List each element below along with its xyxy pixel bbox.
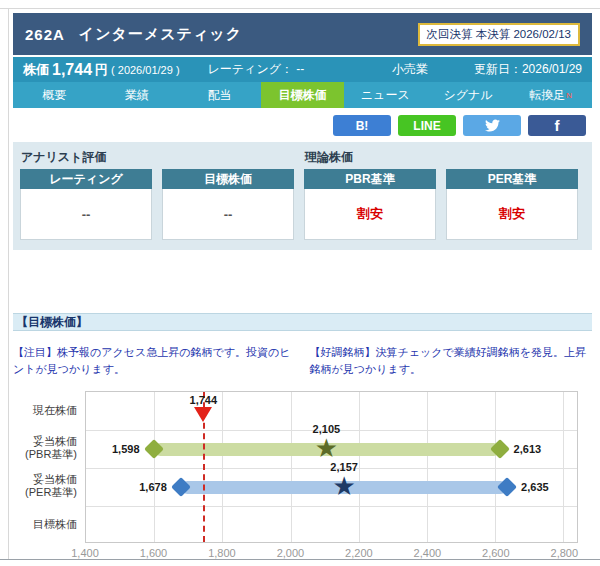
gridline <box>291 392 292 542</box>
fair-value-number: 2,105 <box>313 423 341 435</box>
section-title: 【目標株価】 <box>13 313 592 331</box>
gridline <box>563 392 564 542</box>
fair-value-number: 2,157 <box>330 461 358 473</box>
stock-code: 262A <box>25 26 65 43</box>
share-row: B!LINEf <box>13 115 592 137</box>
x-tick-label: 2,200 <box>345 547 373 559</box>
tab-overview[interactable]: 概要 <box>13 82 96 108</box>
next-earnings-badge: 次回決算 本決算 2026/02/13 <box>418 23 580 46</box>
theoretical-title: 理論株価 <box>305 149 578 166</box>
price-date: ( 2026/01/29 ) <box>111 64 180 76</box>
tab-new-indicator: N <box>566 91 572 100</box>
tab-bar: 概要業績配当目標株価ニュースシグナル転換足N <box>13 82 592 108</box>
analyst-title: アナリスト評価 <box>21 149 294 166</box>
frame-top-border <box>0 8 600 9</box>
chart-row-label: 現在株価 <box>13 404 77 417</box>
analyst-group: アナリスト評価 レーティング--目標株価-- <box>20 148 294 240</box>
card-value: 割安 <box>446 189 578 240</box>
gridline <box>495 392 496 542</box>
price-unit: 円 <box>95 61 108 79</box>
gridline <box>222 392 223 542</box>
note-attention[interactable]: 【注目】株予報のアクセス急上昇の銘柄です。投資のヒントが見つかります。 <box>13 344 296 377</box>
analyst-cards: レーティング--目標株価-- <box>20 169 294 240</box>
card-header: 目標株価 <box>162 169 294 189</box>
x-tick-label: 2,400 <box>414 547 442 559</box>
x-tick-label: 2,600 <box>482 547 510 559</box>
x-tick-label: 2,800 <box>551 547 579 559</box>
chart-x-axis-labels: 1,4001,6001,8002,0002,2002,4002,6002,800 <box>85 547 578 563</box>
updated-date: 更新日：2026/01/29 <box>474 61 582 78</box>
gridline <box>359 392 360 542</box>
rating-card: PER基準割安 <box>446 169 578 240</box>
range-min-value: 1,598 <box>112 443 140 455</box>
card-value: -- <box>20 189 152 240</box>
line-share-button[interactable]: LINE <box>398 115 456 136</box>
row-divider <box>86 506 577 507</box>
card-value: 割安 <box>304 189 436 240</box>
current-price-value: 1,744 <box>190 394 218 406</box>
x-tick-label: 2,000 <box>277 547 305 559</box>
price-label: 株価 <box>23 61 49 79</box>
fair-value-star-marker: ★ <box>315 435 338 461</box>
x-tick-label: 1,400 <box>71 547 99 559</box>
range-min-value: 1,678 <box>139 481 167 493</box>
theoretical-cards: PBR基準割安PER基準割安 <box>304 169 578 240</box>
tab-signal[interactable]: シグナル <box>427 82 510 108</box>
promo-notes: 【注目】株予報のアクセス急上昇の銘柄です。投資のヒントが見つかります。 【好調銘… <box>13 344 592 377</box>
card-header: PBR基準 <box>304 169 436 189</box>
facebook-share-button[interactable]: f <box>528 115 586 136</box>
card-value: -- <box>162 189 294 240</box>
range-max-value: 2,613 <box>514 443 542 455</box>
price-value: 1,744 <box>52 61 92 79</box>
x-tick-label: 1,800 <box>208 547 236 559</box>
rating-card: レーティング-- <box>20 169 152 240</box>
sector-label: 小売業 <box>392 61 428 78</box>
chart-row-label: 妥当株価(PER基準) <box>13 473 77 499</box>
card-header: PER基準 <box>446 169 578 189</box>
line-label: LINE <box>413 119 440 133</box>
stock-page: 262A インターメスティック 次回決算 本決算 2026/02/13 株価 1… <box>0 0 600 566</box>
hatena-bookmark-share-button[interactable]: B! <box>333 115 391 136</box>
target-price-chart: 現在株価妥当株価(PBR基準)妥当株価(PER基準)目標株価 1,744★1,5… <box>13 387 592 566</box>
tab-tenkansoku[interactable]: 転換足N <box>509 82 592 108</box>
theoretical-group: 理論株価 PBR基準割安PER基準割安 <box>304 148 578 240</box>
rating-panel: アナリスト評価 レーティング--目標株価-- 理論株価 PBR基準割安PER基準… <box>13 142 592 250</box>
price-bar: 株価 1,744 円 ( 2026/01/29 ) レーティング： -- 小売業… <box>13 57 592 82</box>
facebook-f-icon: f <box>555 117 560 134</box>
chart-row-labels: 現在株価妥当株価(PBR基準)妥当株価(PER基準)目標株価 <box>13 391 77 543</box>
twitter-bird-icon <box>485 118 500 133</box>
card-header: レーティング <box>20 169 152 189</box>
chart-row-label: 目標株価 <box>13 518 77 531</box>
rating-card: 目標株価-- <box>162 169 294 240</box>
rating-inline: レーティング： -- <box>208 61 305 78</box>
range-max-value: 2,635 <box>521 481 549 493</box>
note-strong-stocks[interactable]: 【好調銘柄】決算チェックで業績好調銘柄を発見。上昇銘柄が見つかります。 <box>310 344 593 377</box>
stock-header: 262A インターメスティック 次回決算 本決算 2026/02/13 <box>13 13 592 55</box>
fair-value-star-marker: ★ <box>332 473 355 499</box>
x-tick-label: 1,600 <box>140 547 168 559</box>
tab-dividend[interactable]: 配当 <box>178 82 261 108</box>
chart-plot-area: 1,744★1,5982,6132,105★1,6782,6352,157 <box>85 391 578 543</box>
gridline <box>154 392 155 542</box>
gridline <box>427 392 428 542</box>
stock-name: インターメスティック <box>79 25 242 44</box>
hatena-bookmark-label: B! <box>356 119 369 133</box>
current-price-marker <box>194 407 212 422</box>
tab-news[interactable]: ニュース <box>344 82 427 108</box>
rating-card: PBR基準割安 <box>304 169 436 240</box>
tab-target-price[interactable]: 目標株価 <box>261 82 344 108</box>
frame-left-border <box>8 8 9 559</box>
chart-row-label: 妥当株価(PBR基準) <box>13 435 77 461</box>
twitter-share-button[interactable] <box>463 115 521 136</box>
tab-performance[interactable]: 業績 <box>96 82 179 108</box>
